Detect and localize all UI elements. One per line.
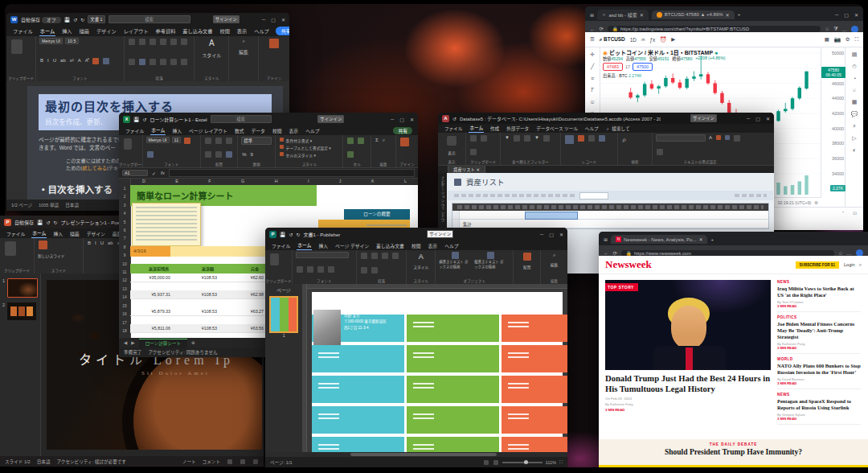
maximize-button[interactable]: ▢ [844,12,849,18]
zoom-slider[interactable] [502,462,542,463]
ribbon-tab[interactable]: ファイル [444,125,463,133]
maximize-button[interactable]: ▢ [549,232,554,237]
top-story[interactable]: TOP STORY Donald Trump Just Had the Best… [605,280,771,412]
share-button[interactable]: 共有 [276,27,289,35]
price-axis[interactable]: 5000048000460004400042000400003800036000… [821,47,845,198]
label-cell[interactable] [312,376,404,403]
ribbon-tab[interactable]: 差し込み文書 [375,241,405,250]
ribbon-tab[interactable]: デザイン [86,229,106,238]
article-item[interactable]: POLITICS Joe Biden Mental Fitness Concer… [777,312,861,354]
add-sheet-icon[interactable]: ⊕ [191,340,195,345]
view-spread-icon[interactable] [493,460,498,465]
drawing-tool-icon[interactable]: ╱ [591,64,594,70]
more-icon[interactable]: … [847,250,852,256]
fit-page-icon[interactable]: ⛶ [559,459,563,465]
textbox-h-button[interactable]: 横書きテキスト ボックスの描画 [439,252,471,269]
page-status[interactable]: ページ: 1/1 [270,459,293,466]
signin-button[interactable]: サインイン [213,15,240,23]
row-header[interactable]: 1 [119,185,130,193]
maximize-button[interactable]: ▢ [399,117,404,122]
formula-bar[interactable]: A1 ✓fx [119,168,418,179]
signin-button[interactable]: サインイン [427,230,453,238]
ribbon-tab[interactable]: 挿入 [61,27,72,35]
loan-summary-header[interactable]: ローンの概要 [344,209,410,220]
font-style-icon[interactable]: I [47,58,49,64]
style-menu-item[interactable]: 条件付き書式 ▾ [279,137,312,143]
label-cell[interactable] [407,437,499,452]
cell-principal[interactable]: ¥62.60 [222,275,268,280]
label-cell[interactable] [312,345,404,372]
article-item[interactable]: NEWS Iraq Militia Vows to Strike Back at… [777,277,861,312]
sheet-tab[interactable]: ローン計算シート [139,339,187,348]
article-category[interactable]: WORLD [777,357,861,361]
newsweek-logo[interactable]: Newsweek [605,258,652,271]
font-style-icon[interactable]: B [88,241,91,245]
drawing-tool-icon[interactable]: ≡ [591,76,594,81]
selected-cell[interactable] [525,212,578,220]
clock-readout[interactable]: 02:19:21 (UTC+9) [778,200,812,205]
ribbon-tab[interactable]: 作成 [489,125,500,133]
tab-close-icon[interactable]: ✕ [698,236,702,242]
minimize-button[interactable]: ─ [391,117,394,121]
browser-tab[interactable]: ⌕asd bb - 検索✕ [597,10,649,20]
font-style-icon[interactable]: ab [60,58,66,64]
sticky-note[interactable] [132,203,201,246]
label-cell[interactable] [312,406,404,434]
find-icon[interactable]: ⌕ [622,135,627,145]
document-title[interactable]: 文書 1 [88,15,104,23]
ribbon-tab[interactable]: 差し込み文書 [182,27,213,35]
buy-button[interactable]: 47500 [633,63,653,71]
publisher-ribbon-tabs[interactable]: ファイルホーム挿入ページ デザイン差し込み文書校閲表示ヘルプ [265,241,567,250]
view-sorter-icon[interactable] [240,459,245,464]
access-titlebar[interactable]: A ↺ Database5 : データベース- C:\Users\Hisayuk… [438,113,774,124]
excel-ribbon-tabs[interactable]: ファイルホーム挿入ページ レイアウト数式データ校閲表示ヘルプ 共有 [119,125,418,135]
subscribe-button[interactable]: SUBSCRIBE FOR $1 [796,261,839,269]
expand-panel-icon[interactable]: ⊡ [853,211,857,216]
candle-type-icon[interactable]: ⫙ [641,36,645,43]
formula-input[interactable] [169,169,415,177]
excel-ribbon[interactable]: クリップボード Meiryo UI 11 フォント 配置 標準%9数値 条件付き… [119,135,418,168]
editing-button[interactable]: 編集 [239,48,248,56]
article-title[interactable]: NATO Ally Plans 600 Bunkers to Stop Russ… [777,363,861,376]
layout-icon[interactable]: ▦ [825,36,829,43]
browser-tab-active[interactable]: BTCUSD 47580 ▲ +4.86%✕ [652,10,735,19]
autosave-toggle[interactable]: 自動保存 [14,219,34,226]
article-category[interactable]: NEWS [777,280,861,284]
styles-button[interactable]: スタイル [202,51,221,59]
back-icon[interactable]: ← [590,27,595,32]
font-name-box[interactable]: Meiryo UI [146,137,170,143]
undo-icon[interactable]: ↺ [73,17,77,23]
ribbon-tab[interactable]: ヘルプ [253,27,270,35]
row-header[interactable]: 5 [119,219,130,227]
redo-icon[interactable]: ↻ [54,220,58,225]
new-tab-button[interactable]: + [738,12,741,17]
row-header[interactable]: 3 [119,202,130,210]
top-story-byline[interactable]: By Katherine Fung [605,402,771,406]
row-header[interactable]: 9 [119,252,130,260]
word-ribbon[interactable]: クリップボード Meiryo UI 10.5 BIUabx²AA⃰ フォント 段… [6,36,289,82]
sidebar-tool-icon[interactable]: ⏱ [852,64,856,70]
font-style-icon[interactable]: B [40,58,43,64]
ribbon-tab[interactable]: 挿入 [171,126,182,135]
slide-subtitle[interactable]: Sit Dolor Amet [141,370,210,376]
redo-icon[interactable]: ↻ [297,232,301,237]
ribbon-tab[interactable]: データベース ツール [535,125,579,133]
ribbon-tab[interactable]: ファイル [12,27,34,35]
ribbon-tab[interactable]: ヘルプ [305,126,320,135]
ribbon-tab[interactable]: データ [251,126,266,135]
ribbon-tab[interactable]: ホーム [150,125,166,135]
publisher-window[interactable]: P 💾 ↺ ↻ 文書1 - Publisher サインイン ─▢✕ ファイルホー… [265,228,567,467]
font-style-icon[interactable]: ab [108,241,113,245]
daily-debate-band[interactable]: THE DAILY DEBATE Should President Trump … [599,439,868,467]
undo-icon[interactable]: ↺ [47,220,51,225]
ribbon-tab[interactable]: 描画 [69,229,80,238]
font-style-icon[interactable]: A⃰ [85,58,88,64]
ribbon-tab[interactable]: 外部データ [506,125,530,133]
label-cell[interactable] [502,345,567,372]
amortization-header[interactable]: 返済前残高返済額元金 [130,264,265,274]
close-button[interactable]: ✕ [410,117,414,122]
date-cell[interactable]: 4/3/19 [130,246,170,257]
filter-links-right[interactable] [735,194,767,197]
ribbon-tab[interactable]: 描画 [79,27,90,35]
font-size-box[interactable]: 10.5 [65,38,79,44]
